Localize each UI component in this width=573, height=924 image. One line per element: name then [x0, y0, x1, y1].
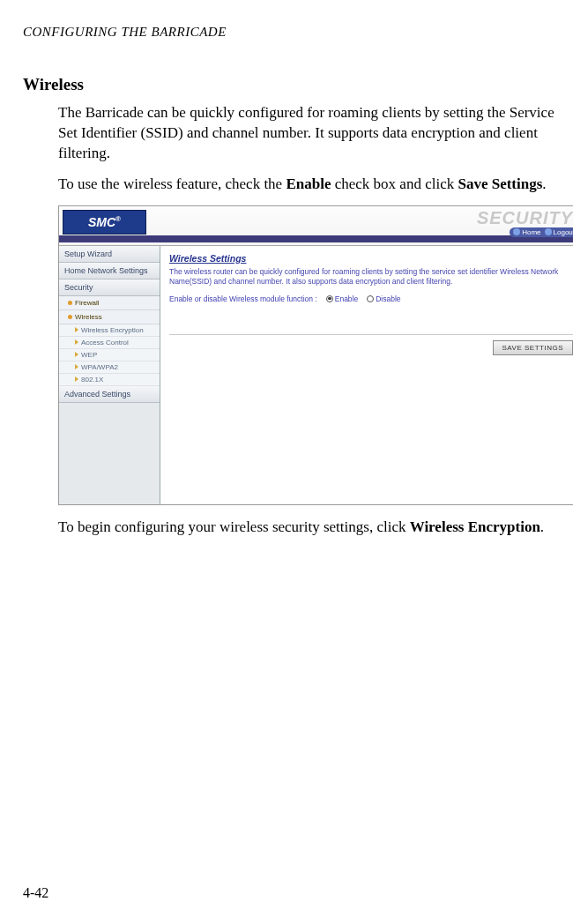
enable-paragraph: To use the wireless feature, check the E… [58, 175, 564, 195]
sidebar-item-wpa[interactable]: WPA/WPA2 [59, 361, 160, 374]
home-icon [513, 228, 520, 235]
enable-word: Enable [286, 175, 331, 192]
chevron-icon [75, 376, 78, 382]
save-settings-button[interactable]: SAVE SETTINGS [493, 340, 573, 355]
home-label: Home [522, 228, 540, 236]
screenshot-header: SMC® N e t w o r k s SECURITY Home Logou… [59, 206, 573, 246]
radio-label: Enable [335, 294, 358, 303]
text: check box and click [331, 175, 458, 192]
enable-prompt: Enable or disable Wireless module functi… [169, 294, 317, 303]
label: WPA/WPA2 [81, 363, 118, 371]
bullet-icon [68, 301, 72, 305]
panel-title: Wireless Settings [169, 253, 573, 264]
smc-logo: SMC® N e t w o r k s [63, 210, 146, 235]
wireless-encryption-word: Wireless Encryption [410, 518, 540, 535]
radio-icon [367, 295, 374, 302]
radio-icon [326, 295, 333, 302]
purple-band [59, 235, 573, 242]
logout-icon [545, 228, 552, 235]
save-settings-word: Save Settings [458, 175, 542, 192]
chevron-icon [75, 327, 78, 332]
router-screenshot: SMC® N e t w o r k s SECURITY Home Logou… [58, 205, 573, 505]
sidebar: Setup Wizard Home Network Settings Secur… [59, 246, 160, 504]
save-row: SAVE SETTINGS [169, 334, 573, 355]
logout-button[interactable]: Logout [545, 228, 573, 236]
label: WEP [81, 351, 97, 359]
sidebar-item-wireless[interactable]: Wireless [59, 310, 160, 324]
text: To use the wireless feature, check the [58, 175, 286, 192]
closing-paragraph: To begin configuring your wireless secur… [58, 518, 564, 538]
bullet-icon [68, 315, 72, 319]
sidebar-item-wep[interactable]: WEP [59, 349, 160, 361]
chevron-icon [75, 339, 78, 345]
radio-disable[interactable]: Disable [367, 294, 400, 303]
sidebar-item-firewall[interactable]: Firewall [59, 296, 160, 310]
enable-row: Enable or disable Wireless module functi… [169, 294, 573, 303]
label: Wireless Encryption [81, 326, 144, 334]
running-head: CONFIGURING THE BARRICADE [23, 25, 564, 40]
radio-label: Disable [376, 294, 400, 303]
content-pane: Wireless Settings The wireless router ca… [160, 246, 573, 504]
sidebar-item-8021x[interactable]: 802.1X [59, 374, 160, 386]
intro-paragraph: The Barricade can be quickly configured … [58, 103, 564, 164]
text: To begin configuring your wireless secur… [58, 518, 410, 535]
text: . [540, 518, 544, 535]
label: Firewall [75, 299, 100, 307]
label: Access Control [81, 339, 129, 346]
section-title: Wireless [23, 75, 564, 94]
radio-enable[interactable]: Enable [326, 294, 358, 303]
sidebar-item-wireless-encryption[interactable]: Wireless Encryption [59, 324, 160, 337]
sidebar-item-access-control[interactable]: Access Control [59, 337, 160, 349]
text: . [542, 175, 546, 192]
header-buttons: Home Logout [510, 227, 573, 237]
page-number: 4-42 [23, 885, 48, 901]
label: Wireless [75, 313, 102, 321]
panel-description: The wireless router can be quickly confi… [169, 267, 573, 287]
logout-label: Logout [554, 228, 573, 236]
home-button[interactable]: Home [513, 228, 540, 236]
sidebar-item-advanced[interactable]: Advanced Settings [59, 386, 160, 403]
chevron-icon [75, 352, 78, 357]
brand-text: SMC [88, 214, 115, 228]
sidebar-item-security[interactable]: Security [59, 279, 160, 296]
chevron-icon [75, 364, 78, 369]
security-banner: SECURITY [477, 208, 573, 228]
label: 802.1X [81, 376, 103, 384]
sidebar-item-home-network[interactable]: Home Network Settings [59, 263, 160, 279]
